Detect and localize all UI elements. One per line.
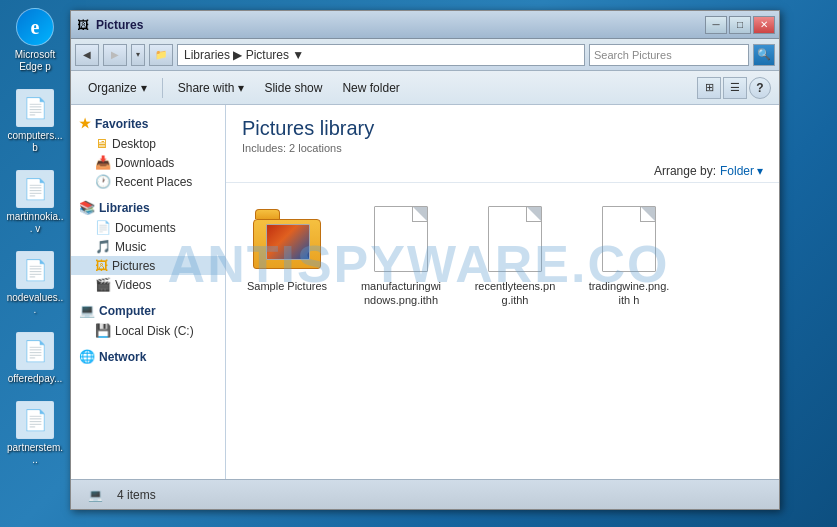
desktop-icon-nodevalues[interactable]: 📄 nodevalues... bbox=[4, 247, 66, 320]
folder-back bbox=[253, 219, 321, 269]
music-nav-label: Music bbox=[115, 240, 146, 254]
recent-nav-label: Recent Places bbox=[115, 175, 192, 189]
search-box[interactable]: Search Pictures bbox=[589, 44, 749, 66]
arrange-dropdown[interactable]: Folder ▾ bbox=[720, 164, 763, 178]
nav-item-recent[interactable]: 🕐 Recent Places bbox=[71, 172, 225, 191]
title-bar-buttons: ─ □ ✕ bbox=[705, 16, 775, 34]
address-path-text: Libraries ▶ Pictures ▼ bbox=[184, 48, 304, 62]
view-buttons: ⊞ ☰ ? bbox=[697, 77, 771, 99]
desktop-icon-partnerstem[interactable]: 📄 partnerstem... bbox=[4, 397, 66, 470]
desktop-icon-nodevalues-label: nodevalues... bbox=[6, 292, 64, 316]
desktop-icon-edge[interactable]: e Microsoft Edge p bbox=[4, 4, 66, 77]
status-bar: 💻 4 items bbox=[71, 479, 779, 509]
file-grid: Sample Pictures manufacturingwindows.png… bbox=[226, 183, 779, 328]
content-header: Pictures library Includes: 2 locations bbox=[226, 105, 779, 160]
libraries-label: Libraries bbox=[99, 201, 150, 215]
file-item-tradingwine[interactable]: tradingwine.png.ith h bbox=[584, 199, 674, 312]
nav-item-music[interactable]: 🎵 Music bbox=[71, 237, 225, 256]
recentlyteens-icon-area bbox=[479, 203, 551, 275]
explorer-title: Pictures bbox=[96, 18, 705, 32]
sample-pictures-label: Sample Pictures bbox=[247, 279, 327, 293]
file-item-recentlyteens[interactable]: recentlyteens.png.ithh bbox=[470, 199, 560, 312]
main-area: ★ Favorites 🖥 Desktop 📥 Downloads 🕐 Rece… bbox=[71, 105, 779, 479]
desktop-icon-martinnokia[interactable]: 📄 martinnokia... v bbox=[4, 166, 66, 239]
arrange-chevron-icon: ▾ bbox=[757, 164, 763, 178]
file-item-sample-pictures[interactable]: Sample Pictures bbox=[242, 199, 332, 312]
explorer-window: 🖼 Pictures ─ □ ✕ ◀ ▶ ▾ 📁 Libraries ▶ Pic… bbox=[70, 10, 780, 510]
localdisk-nav-icon: 💾 bbox=[95, 323, 111, 338]
network-section[interactable]: 🌐 Network bbox=[71, 346, 225, 367]
sample-pictures-icon-area bbox=[251, 203, 323, 275]
title-bar: 🖼 Pictures ─ □ ✕ bbox=[71, 11, 779, 39]
explorer-title-icon: 🖼 bbox=[75, 17, 91, 33]
desktop-icon-computers[interactable]: 📄 computers... b bbox=[4, 85, 66, 158]
document-icon-3 bbox=[602, 206, 656, 272]
newfolder-label: New folder bbox=[342, 81, 399, 95]
nav-item-desktop[interactable]: 🖥 Desktop bbox=[71, 134, 225, 153]
nav-item-videos[interactable]: 🎬 Videos bbox=[71, 275, 225, 294]
maximize-button[interactable]: □ bbox=[729, 16, 751, 34]
videos-nav-icon: 🎬 bbox=[95, 277, 111, 292]
document-icon-1 bbox=[374, 206, 428, 272]
nav-item-pictures[interactable]: 🖼 Pictures bbox=[71, 256, 225, 275]
desktop-icon-partnerstem-label: partnerstem... bbox=[6, 442, 64, 466]
close-button[interactable]: ✕ bbox=[753, 16, 775, 34]
organize-dropdown-icon: ▾ bbox=[141, 81, 147, 95]
status-item-count: 4 items bbox=[117, 488, 156, 502]
pictures-nav-label: Pictures bbox=[112, 259, 155, 273]
minimize-button[interactable]: ─ bbox=[705, 16, 727, 34]
address-path[interactable]: Libraries ▶ Pictures ▼ bbox=[177, 44, 585, 66]
search-placeholder: Search Pictures bbox=[594, 49, 672, 61]
slideshow-button[interactable]: Slide show bbox=[255, 75, 331, 101]
pictures-nav-icon: 🖼 bbox=[95, 258, 108, 273]
desktop-icon-computers-label: computers... b bbox=[6, 130, 64, 154]
nav-item-downloads[interactable]: 📥 Downloads bbox=[71, 153, 225, 172]
favorites-label: Favorites bbox=[95, 117, 148, 131]
newfolder-button[interactable]: New folder bbox=[333, 75, 408, 101]
desktop-icon-martinnokia-label: martinnokia... v bbox=[6, 211, 64, 235]
desktop-icon-offeredpay-label: offeredpay... bbox=[8, 373, 63, 385]
downloads-nav-icon: 📥 bbox=[95, 155, 111, 170]
arrange-value: Folder bbox=[720, 164, 754, 178]
libraries-section[interactable]: 📚 Libraries bbox=[71, 197, 225, 218]
recentlyteens-label: recentlyteens.png.ithh bbox=[474, 279, 556, 308]
organize-button[interactable]: Organize ▾ bbox=[79, 75, 156, 101]
help-button[interactable]: ? bbox=[749, 77, 771, 99]
folder-preview-icon bbox=[253, 209, 321, 269]
toolbar-sep-1 bbox=[162, 78, 163, 98]
search-button[interactable]: 🔍 bbox=[753, 44, 775, 66]
desktop-icon-offeredpay[interactable]: 📄 offeredpay... bbox=[4, 328, 66, 389]
toolbar: Organize ▾ Share with ▾ Slide show New f… bbox=[71, 71, 779, 105]
favorites-icon: ★ bbox=[79, 116, 91, 131]
network-nav-icon: 🌐 bbox=[79, 349, 95, 364]
desktop-icons: e Microsoft Edge p 📄 computers... b 📄 ma… bbox=[0, 0, 70, 527]
back-dropdown[interactable]: ▾ bbox=[131, 44, 145, 66]
view-btn-1[interactable]: ⊞ bbox=[697, 77, 721, 99]
manufacturing-icon-area bbox=[365, 203, 437, 275]
up-button[interactable]: 📁 bbox=[149, 44, 173, 66]
desktop-icon-edge-label: Microsoft Edge p bbox=[6, 49, 64, 73]
documents-nav-icon: 📄 bbox=[95, 220, 111, 235]
manufacturingwindows-label: manufacturingwindows.png.ithh bbox=[360, 279, 442, 308]
nav-item-documents[interactable]: 📄 Documents bbox=[71, 218, 225, 237]
share-button[interactable]: Share with ▾ bbox=[169, 75, 254, 101]
file-item-manufacturingwindows[interactable]: manufacturingwindows.png.ithh bbox=[356, 199, 446, 312]
videos-nav-label: Videos bbox=[115, 278, 151, 292]
share-label: Share with bbox=[178, 81, 235, 95]
libraries-icon: 📚 bbox=[79, 200, 95, 215]
favorites-section[interactable]: ★ Favorites bbox=[71, 113, 225, 134]
address-bar: ◀ ▶ ▾ 📁 Libraries ▶ Pictures ▼ Search Pi… bbox=[71, 39, 779, 71]
computer-section[interactable]: 💻 Computer bbox=[71, 300, 225, 321]
tradingwine-label: tradingwine.png.ith h bbox=[588, 279, 670, 308]
back-button[interactable]: ◀ bbox=[75, 44, 99, 66]
view-btn-2[interactable]: ☰ bbox=[723, 77, 747, 99]
content-subtitle: Includes: 2 locations bbox=[242, 142, 763, 154]
computer-label: Computer bbox=[99, 304, 156, 318]
localdisk-nav-label: Local Disk (C:) bbox=[115, 324, 194, 338]
desktop-nav-icon: 🖥 bbox=[95, 136, 108, 151]
computer-nav-icon: 💻 bbox=[79, 303, 95, 318]
recent-nav-icon: 🕐 bbox=[95, 174, 111, 189]
forward-button[interactable]: ▶ bbox=[103, 44, 127, 66]
downloads-nav-label: Downloads bbox=[115, 156, 174, 170]
nav-item-localdisk[interactable]: 💾 Local Disk (C:) bbox=[71, 321, 225, 340]
